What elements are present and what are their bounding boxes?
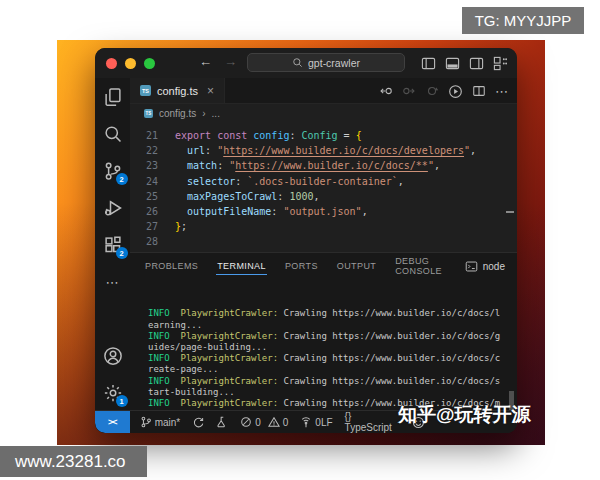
- beaker-icon[interactable]: [216, 416, 228, 428]
- window-controls: [106, 58, 155, 69]
- broadcast-icon: [300, 416, 312, 428]
- line-number: 26: [130, 204, 158, 219]
- warning-icon: [268, 416, 280, 428]
- split-editor-icon[interactable]: [472, 84, 486, 98]
- tab-ports[interactable]: PORTS: [284, 255, 319, 277]
- go-back-icon[interactable]: [379, 84, 393, 98]
- breadcrumb-more[interactable]: ...: [212, 108, 220, 119]
- search-icon: [103, 124, 123, 144]
- code-line: 28: [130, 234, 517, 249]
- search-text: gpt-crawler: [308, 57, 360, 69]
- branch-label: main*: [155, 417, 181, 428]
- maximize-window-button[interactable]: [144, 58, 155, 69]
- line-number: 27: [130, 219, 158, 234]
- chevron-right-icon: ›: [202, 108, 205, 119]
- sidebar-item-run-debug[interactable]: [102, 197, 124, 219]
- minimize-window-button[interactable]: [125, 58, 136, 69]
- language-mode[interactable]: {} TypeScript: [345, 411, 401, 433]
- terminal-line: INFO PlaywrightCrawler: Crawling https:/…: [148, 331, 509, 342]
- breadcrumb[interactable]: TS config.ts › ...: [130, 104, 517, 123]
- code-editor[interactable]: 21export const config: Config = {22 url:…: [130, 123, 517, 252]
- watermark-top-badge: TG: MYYJJPP: [462, 7, 584, 34]
- tab-label: config.ts: [157, 85, 198, 97]
- titlebar: ← → gpt-crawler: [95, 48, 517, 78]
- terminal-line: INFO PlaywrightCrawler: Crawling https:/…: [148, 308, 509, 319]
- customize-layout-icon[interactable]: [493, 56, 508, 71]
- sidebar-item-source-control[interactable]: 2: [102, 160, 124, 182]
- command-center-search[interactable]: gpt-crawler: [247, 53, 405, 72]
- terminal-output[interactable]: INFO PlaywrightCrawler: Crawling https:/…: [148, 286, 509, 410]
- warning-count: 0: [283, 417, 289, 428]
- forward-arrow-icon[interactable]: →: [224, 54, 237, 69]
- code-text: export const config: Config = {: [175, 128, 362, 143]
- branch-status[interactable]: main*: [140, 416, 181, 428]
- sync-icon[interactable]: [192, 416, 204, 428]
- line-number: 23: [130, 158, 158, 173]
- tab-output[interactable]: OUTPUT: [336, 255, 377, 277]
- terminal-line: reate-page...: [148, 364, 509, 375]
- line-number: 25: [130, 189, 158, 204]
- more-icon: ⋯: [106, 275, 120, 290]
- code-text: url: "https://www.builder.io/c/docs/deve…: [175, 143, 476, 158]
- sidebar-item-settings[interactable]: 1: [102, 382, 124, 404]
- tab-problems[interactable]: PROBLEMS: [144, 255, 199, 277]
- toggle-panel-icon[interactable]: [445, 56, 460, 71]
- sidebar-item-more[interactable]: ⋯: [102, 271, 124, 293]
- search-icon: [292, 57, 303, 68]
- toggle-sidebar-icon[interactable]: [421, 56, 436, 71]
- go-forward-icon[interactable]: [402, 84, 416, 98]
- problems-status[interactable]: 0 0: [240, 416, 288, 428]
- sidebar-item-explorer[interactable]: [102, 86, 124, 108]
- sidebar-item-extensions[interactable]: 2: [102, 234, 124, 256]
- extensions-badge: 2: [116, 247, 128, 259]
- eol-indicator[interactable]: LF: [321, 417, 333, 428]
- line-number: 28: [130, 234, 158, 249]
- line-number: 21: [130, 128, 158, 143]
- terminal-line: tart-building...: [148, 387, 509, 398]
- terminal-profile-label: node: [483, 261, 505, 272]
- terminal-line: earning...: [148, 320, 509, 331]
- tab-terminal[interactable]: TERMINAL: [216, 255, 267, 277]
- terminal-line: uides/page-building...: [148, 342, 509, 353]
- code-text: outputFileName: "output.json",: [175, 204, 368, 219]
- remote-icon: ><: [108, 417, 117, 427]
- overview-ruler-marker: [506, 211, 514, 213]
- last-edit-location-icon[interactable]: [425, 84, 439, 98]
- code-line: 27};: [130, 219, 517, 234]
- code-line: 24 selector: `.docs-builder-container`,: [130, 174, 517, 189]
- ports-status[interactable]: 0: [300, 416, 321, 428]
- vscode-window: ← → gpt-crawler: [95, 48, 517, 433]
- tab-config-ts[interactable]: TS config.ts ×: [130, 78, 225, 103]
- editor-more-actions-icon[interactable]: ⋯: [495, 84, 509, 99]
- sidebar-item-search[interactable]: [102, 123, 124, 145]
- terminal-icon: [465, 260, 478, 273]
- code-lines: 21export const config: Config = {22 url:…: [130, 128, 517, 250]
- back-arrow-icon[interactable]: ←: [199, 54, 212, 69]
- git-branch-icon: [140, 416, 152, 428]
- scm-badge: 2: [116, 173, 128, 185]
- watermark-status-overlay: 知乎@玩转开源: [398, 402, 531, 428]
- watermark-top-text: TG: MYYJJPP: [475, 12, 572, 29]
- close-window-button[interactable]: [106, 58, 117, 69]
- bottom-panel: PROBLEMS TERMINAL PORTS OUTPUT DEBUG CON…: [130, 252, 517, 410]
- sidebar-item-accounts[interactable]: [102, 345, 124, 367]
- code-line: 25 maxPagesToCrawl: 1000,: [130, 189, 517, 204]
- line-number: 22: [130, 143, 158, 158]
- watermark-bottom-badge: www.23281.co: [0, 446, 147, 477]
- terminal-profile[interactable]: node: [465, 260, 505, 273]
- terminal-lines: INFO PlaywrightCrawler: Crawling https:/…: [148, 308, 509, 410]
- activity-bar: 2 2 ⋯: [95, 78, 130, 410]
- terminal-line: INFO PlaywrightCrawler: Crawling https:/…: [148, 353, 509, 364]
- code-text: maxPagesToCrawl: 1000,: [175, 189, 320, 204]
- breadcrumb-file[interactable]: config.ts: [159, 108, 196, 119]
- code-line: 21export const config: Config = {: [130, 128, 517, 143]
- code-line: 22 url: "https://www.builder.io/c/docs/d…: [130, 143, 517, 158]
- remote-indicator[interactable]: ><: [95, 411, 130, 433]
- run-code-icon[interactable]: [448, 84, 463, 99]
- watermark-bottom-text: www.23281.co: [15, 452, 126, 472]
- close-tab-icon[interactable]: ×: [207, 84, 214, 98]
- settings-badge: 1: [116, 395, 128, 407]
- tab-debug-console[interactable]: DEBUG CONSOLE: [394, 250, 448, 282]
- code-text: match: "https://www.builder.io/c/docs/**…: [175, 158, 440, 173]
- toggle-secondary-sidebar-icon[interactable]: [469, 56, 484, 71]
